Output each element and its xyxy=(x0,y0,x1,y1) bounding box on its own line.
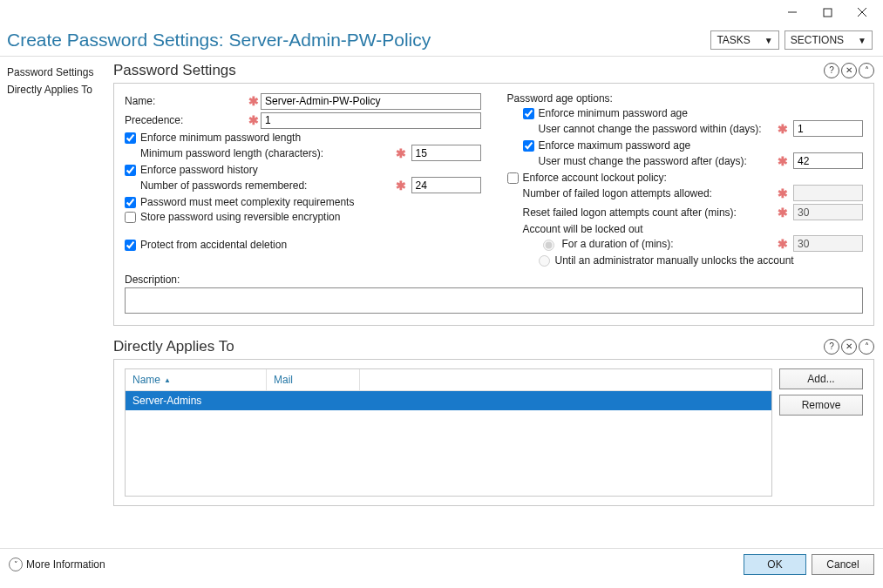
required-icon: ✱ xyxy=(394,146,408,160)
remove-button[interactable]: Remove xyxy=(779,395,863,416)
section-close-button[interactable]: ✕ xyxy=(841,63,857,78)
description-input[interactable] xyxy=(125,287,863,314)
table-row[interactable]: Server-Admins xyxy=(126,391,771,410)
cancel-button[interactable]: Cancel xyxy=(812,554,874,575)
complexity-label: Password must meet complexity requiremen… xyxy=(140,196,354,208)
max-age-input[interactable] xyxy=(793,152,863,169)
min-age-label: User cannot change the password within (… xyxy=(539,123,762,135)
col-mail-label: Mail xyxy=(274,374,293,386)
duration-radio-label: For a duration of (mins): xyxy=(562,238,674,250)
minimize-button[interactable] xyxy=(775,0,810,24)
applies-to-table[interactable]: Name ▲ Mail Server-Admins xyxy=(125,368,772,497)
duration-input xyxy=(793,235,863,252)
tasks-dropdown[interactable]: TASKS ▼ xyxy=(710,30,778,50)
max-age-label: User must change the password after (day… xyxy=(539,155,747,167)
ok-button[interactable]: OK xyxy=(744,554,806,575)
history-input[interactable] xyxy=(411,177,481,193)
section-collapse-button[interactable]: ˄ xyxy=(859,63,874,78)
more-information-toggle[interactable]: ˅ More Information xyxy=(9,558,105,571)
precedence-label: Precedence: xyxy=(125,114,247,126)
lockout-attempts-input xyxy=(793,185,863,201)
row-name: Server-Admins xyxy=(132,395,201,407)
lockout-reset-input xyxy=(793,204,863,220)
col-name[interactable]: Name ▲ xyxy=(126,369,267,390)
precedence-input[interactable] xyxy=(261,112,481,129)
duration-radio xyxy=(543,240,554,251)
close-button[interactable] xyxy=(845,0,880,24)
min-length-input[interactable] xyxy=(411,145,481,161)
required-icon: ✱ xyxy=(394,179,408,193)
section-close-button[interactable]: ✕ xyxy=(841,339,857,355)
min-length-label: Minimum password length (characters): xyxy=(140,147,394,159)
complexity-checkbox[interactable] xyxy=(125,197,136,208)
nav-directly-applies[interactable]: Directly Applies To xyxy=(7,81,110,98)
page-title: Create Password Settings: Server-Admin-P… xyxy=(7,30,431,51)
locked-out-label: Account will be locked out xyxy=(507,223,864,235)
col-mail[interactable]: Mail xyxy=(267,369,360,390)
reversible-checkbox[interactable] xyxy=(125,212,136,223)
required-icon: ✱ xyxy=(776,154,790,168)
until-admin-label: Until an administrator manually unlocks … xyxy=(555,254,794,267)
min-length-chk-label: Enforce minimum password length xyxy=(140,132,301,144)
history-checkbox[interactable] xyxy=(125,165,136,176)
nav-password-settings[interactable]: Password Settings xyxy=(7,64,110,81)
lockout-checkbox[interactable] xyxy=(507,172,519,184)
required-icon: ✱ xyxy=(776,186,790,200)
chevron-down-icon: ▼ xyxy=(858,36,866,45)
history-chk-label: Enforce password history xyxy=(140,164,258,176)
sections-dropdown[interactable]: SECTIONS ▼ xyxy=(785,30,873,50)
close-icon xyxy=(857,7,867,17)
tasks-label: TASKS xyxy=(717,34,750,46)
name-label: Name: xyxy=(125,95,247,107)
max-age-chk-label: Enforce maximum password age xyxy=(539,139,691,152)
min-age-chk-label: Enforce minimum password age xyxy=(539,107,688,119)
age-options-label: Password age options: xyxy=(507,92,864,105)
max-age-checkbox[interactable] xyxy=(523,140,534,152)
left-nav: Password Settings Directly Applies To xyxy=(0,57,113,548)
add-button[interactable]: Add... xyxy=(779,368,863,389)
until-admin-radio xyxy=(539,255,550,267)
directly-applies-panel: Name ▲ Mail Server-Admins Add... Remo xyxy=(113,359,874,506)
chevron-down-icon: ˅ xyxy=(9,558,23,571)
min-age-checkbox[interactable] xyxy=(523,108,534,119)
svg-rect-1 xyxy=(824,9,832,17)
password-settings-panel: Name: ✱ Precedence: ✱ Enforce minimum pa… xyxy=(113,83,874,326)
minimize-icon xyxy=(787,7,798,17)
required-icon: ✱ xyxy=(247,113,261,127)
history-label: Number of passwords remembered: xyxy=(140,179,394,192)
section-collapse-button[interactable]: ˄ xyxy=(859,339,874,355)
reversible-label: Store password using reversible encrypti… xyxy=(140,211,340,223)
help-button[interactable]: ? xyxy=(824,63,839,78)
more-information-label: More Information xyxy=(26,558,105,571)
col-empty xyxy=(360,369,771,390)
lockout-chk-label: Enforce account lockout policy: xyxy=(523,172,667,184)
lockout-reset-label: Reset failed logon attempts count after … xyxy=(523,206,777,219)
description-label: Description: xyxy=(125,274,863,286)
col-name-label: Name xyxy=(132,374,160,386)
section-title-password-settings: Password Settings xyxy=(113,62,236,79)
min-age-input[interactable] xyxy=(793,120,863,137)
min-length-checkbox[interactable] xyxy=(125,132,136,144)
chevron-down-icon: ▼ xyxy=(764,36,773,45)
protect-checkbox[interactable] xyxy=(125,240,136,251)
maximize-button[interactable] xyxy=(810,0,845,24)
sections-label: SECTIONS xyxy=(791,34,844,46)
name-input[interactable] xyxy=(261,93,481,110)
help-button[interactable]: ? xyxy=(824,339,839,355)
maximize-icon xyxy=(823,8,832,17)
required-icon: ✱ xyxy=(247,94,261,108)
lockout-attempts-label: Number of failed logon attempts allowed: xyxy=(523,187,777,199)
required-icon: ✱ xyxy=(776,237,790,251)
protect-label: Protect from accidental deletion xyxy=(140,239,287,251)
required-icon: ✱ xyxy=(776,122,790,136)
section-title-directly-applies: Directly Applies To xyxy=(113,338,234,355)
required-icon: ✱ xyxy=(776,206,790,220)
sort-asc-icon: ▲ xyxy=(164,376,171,384)
